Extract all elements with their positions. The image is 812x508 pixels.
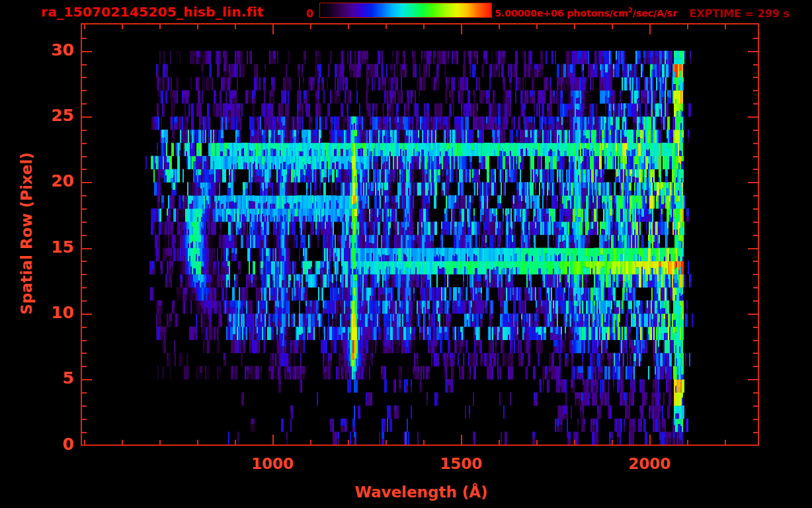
y-tick <box>753 300 758 302</box>
x-tick <box>310 24 311 29</box>
y-tick <box>753 261 758 262</box>
x-tick <box>159 24 161 29</box>
x-tick <box>574 24 575 29</box>
y-tick <box>82 208 87 210</box>
y-tick <box>748 116 758 118</box>
x-tick <box>725 24 726 29</box>
y-tick <box>82 103 87 105</box>
y-tick-label: 20 <box>38 172 74 190</box>
y-tick <box>753 432 758 433</box>
y-tick <box>753 353 758 354</box>
y-tick <box>82 51 92 52</box>
x-tick <box>574 440 575 444</box>
y-tick <box>753 90 758 91</box>
y-tick <box>82 156 87 157</box>
y-tick <box>753 392 758 394</box>
y-tick <box>82 327 87 328</box>
x-tick-label: 2000 <box>603 455 696 472</box>
y-tick <box>753 405 758 407</box>
y-tick <box>748 314 758 315</box>
y-tick <box>748 182 758 183</box>
y-tick <box>748 379 758 380</box>
plot-frame <box>81 23 759 446</box>
y-tick <box>753 274 758 275</box>
x-tick <box>386 24 387 29</box>
y-tick-label: 25 <box>38 106 74 125</box>
y-tick <box>82 314 92 315</box>
y-tick <box>82 77 87 78</box>
y-tick <box>753 77 758 78</box>
y-tick <box>748 51 758 52</box>
y-tick-label: 30 <box>38 41 74 60</box>
y-tick <box>82 222 87 223</box>
x-tick <box>235 440 236 444</box>
y-tick <box>82 195 87 196</box>
x-tick <box>612 440 613 444</box>
x-tick <box>272 24 274 34</box>
x-tick <box>536 440 538 444</box>
y-tick <box>82 366 87 367</box>
x-tick <box>423 440 425 444</box>
y-tick <box>82 261 87 262</box>
y-tick <box>82 419 87 420</box>
y-tick <box>82 287 87 288</box>
x-tick <box>197 24 198 29</box>
y-tick <box>753 222 758 223</box>
y-tick <box>82 90 87 91</box>
x-tick <box>499 440 500 444</box>
colorbar-max-label: 5.00000e+06 photons/cm2/sec/A/sr <box>495 7 677 19</box>
y-tick <box>82 340 87 341</box>
y-tick <box>82 392 87 394</box>
y-tick <box>753 64 758 65</box>
y-tick <box>753 366 758 367</box>
x-tick <box>499 24 500 29</box>
y-tick <box>82 182 92 183</box>
y-tick <box>748 248 758 249</box>
x-tick <box>423 24 425 29</box>
x-tick <box>310 440 311 444</box>
colorbar-min-label: 0 <box>290 7 313 20</box>
x-tick <box>649 24 651 34</box>
x-tick <box>272 435 274 444</box>
y-tick <box>753 143 758 144</box>
x-axis-title: Wavelength (Å) <box>354 484 487 501</box>
x-tick <box>348 440 349 444</box>
y-tick <box>82 38 87 39</box>
x-tick-label: 1500 <box>415 455 507 472</box>
y-tick <box>82 300 87 302</box>
y-tick <box>82 274 87 275</box>
x-tick <box>461 24 462 34</box>
y-tick <box>82 116 92 118</box>
x-tick <box>687 24 688 29</box>
y-tick <box>753 103 758 105</box>
colorbar-unit-suffix: /sec/A/sr <box>633 8 678 19</box>
y-tick <box>753 235 758 236</box>
y-tick <box>82 235 87 236</box>
y-tick-label: 10 <box>38 304 74 322</box>
y-tick <box>82 143 87 144</box>
y-tick <box>82 130 87 131</box>
y-tick-label: 15 <box>38 238 74 257</box>
x-tick <box>687 440 688 444</box>
y-tick <box>82 353 87 354</box>
y-tick <box>753 156 758 157</box>
y-tick-label: 5 <box>38 369 74 388</box>
x-tick <box>386 440 387 444</box>
x-tick <box>122 24 123 29</box>
colorbar-unit-superscript: 2 <box>628 7 633 14</box>
x-tick <box>122 440 123 444</box>
y-axis-title: Spatial Row (Pixel) <box>18 152 35 315</box>
y-tick <box>753 419 758 420</box>
y-tick <box>753 130 758 131</box>
x-tick <box>197 440 198 444</box>
y-tick <box>82 64 87 65</box>
x-tick <box>612 24 613 29</box>
y-tick <box>753 340 758 341</box>
y-tick <box>82 432 87 433</box>
colorbar <box>319 3 492 18</box>
y-tick <box>753 169 758 170</box>
y-tick <box>82 169 87 170</box>
x-tick <box>84 24 85 29</box>
spectral-image-viewer: ra_150702145205_hisb_lin.fit 0 5.00000e+… <box>0 0 812 508</box>
x-tick <box>348 24 349 29</box>
